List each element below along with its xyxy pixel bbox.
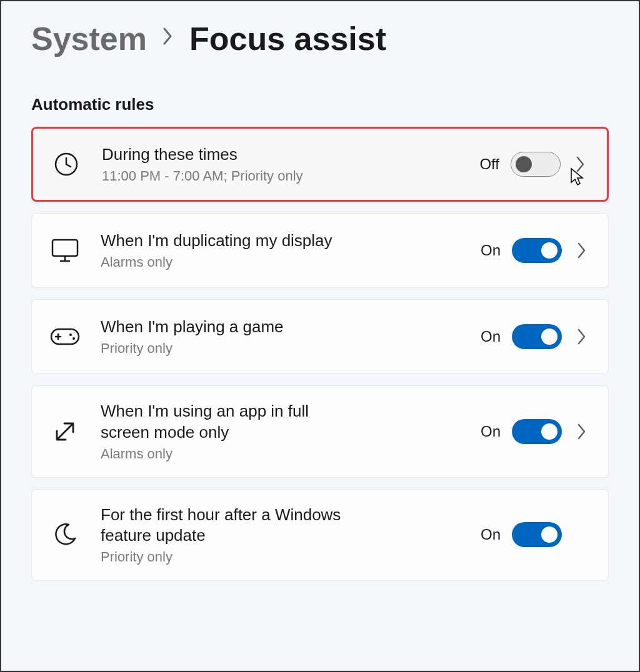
chevron-right-icon[interactable] <box>572 156 589 173</box>
rule-playing-game[interactable]: When I'm playing a game Priority only On <box>31 299 609 374</box>
svg-point-4 <box>72 337 75 340</box>
rule-subtitle: Priority only <box>101 340 362 357</box>
toggle-switch[interactable] <box>512 324 562 349</box>
breadcrumb-current: Focus assist <box>189 20 386 57</box>
toggle-state-label: On <box>481 423 501 440</box>
rule-during-times[interactable]: During these times 11:00 PM - 7:00 AM; P… <box>31 127 609 202</box>
toggle-state-label: Off <box>479 156 499 173</box>
breadcrumb: System Focus assist <box>31 20 609 57</box>
gamepad-icon <box>49 327 81 347</box>
rule-subtitle: Alarms only <box>101 446 362 462</box>
rule-subtitle: 11:00 PM - 7:00 AM; Priority only <box>102 168 363 184</box>
toggle-switch[interactable] <box>512 238 562 263</box>
chevron-right-icon[interactable] <box>573 328 591 345</box>
toggle-state-label: On <box>481 526 501 543</box>
chevron-right-icon <box>162 26 174 52</box>
rule-subtitle: Alarms only <box>101 254 362 270</box>
moon-icon <box>49 522 81 547</box>
toggle-switch[interactable] <box>512 419 562 444</box>
rule-title: During these times <box>102 144 363 166</box>
chevron-right-icon[interactable] <box>573 242 591 259</box>
svg-rect-1 <box>52 240 78 256</box>
rule-after-update[interactable]: For the first hour after a Windows featu… <box>31 489 609 581</box>
rule-subtitle: Priority only <box>101 549 362 565</box>
rule-title: For the first hour after a Windows featu… <box>101 505 362 547</box>
svg-point-3 <box>69 334 72 336</box>
rule-title: When I'm using an app in full screen mod… <box>101 401 362 443</box>
clock-icon <box>51 152 82 177</box>
rule-fullscreen-app[interactable]: When I'm using an app in full screen mod… <box>31 385 609 478</box>
toggle-switch[interactable] <box>511 152 561 177</box>
breadcrumb-parent[interactable]: System <box>31 20 147 57</box>
expand-icon <box>49 418 81 445</box>
section-title: Automatic rules <box>31 95 609 114</box>
toggle-switch[interactable] <box>512 522 562 547</box>
toggle-state-label: On <box>481 328 501 345</box>
rules-list: During these times 11:00 PM - 7:00 AM; P… <box>31 127 609 581</box>
chevron-right-icon[interactable] <box>573 423 591 440</box>
rule-title: When I'm playing a game <box>101 317 362 338</box>
rule-duplicating-display[interactable]: When I'm duplicating my display Alarms o… <box>31 213 609 288</box>
monitor-icon <box>49 237 81 264</box>
rule-title: When I'm duplicating my display <box>101 230 362 252</box>
toggle-state-label: On <box>481 242 501 259</box>
